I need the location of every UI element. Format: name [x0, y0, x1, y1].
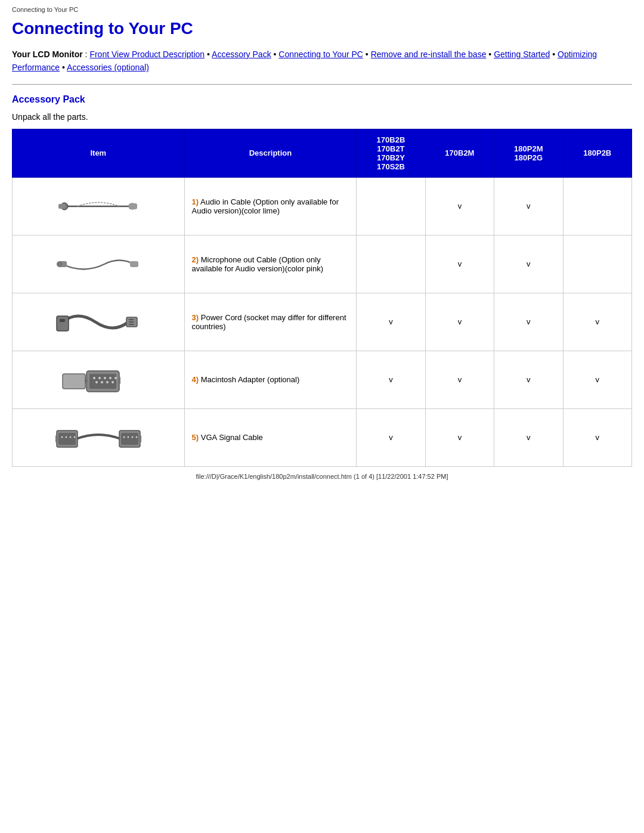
divider [12, 84, 632, 85]
table-row: 5) VGA Signal Cablevvvv [13, 408, 632, 466]
row-2-col3: v [494, 235, 563, 293]
nav-link-accessory-pack[interactable]: Accessory Pack [212, 49, 271, 59]
row-4-col4: v [563, 351, 631, 408]
svg-point-34 [65, 436, 67, 438]
nav-link-getting-started[interactable]: Getting Started [494, 49, 550, 59]
nav-link-front-view[interactable]: Front View Product Description [89, 49, 205, 59]
nav-link-accessories[interactable]: Accessories (optional) [67, 63, 149, 72]
svg-rect-2 [58, 204, 66, 209]
svg-point-42 [135, 436, 137, 438]
row-4-item [13, 351, 185, 408]
svg-rect-8 [130, 261, 138, 267]
row-2-col1 [357, 235, 425, 293]
svg-rect-38 [121, 433, 138, 445]
table-row: 4) Macintosh Adapter (optional)vvvv [13, 351, 632, 408]
svg-point-22 [114, 377, 117, 379]
th-description: Description [184, 129, 357, 177]
row-2-col2: v [425, 235, 494, 293]
row-3-col2: v [425, 293, 494, 351]
intro-text: Unpack all the parts. [12, 112, 632, 122]
svg-point-18 [93, 377, 95, 379]
svg-point-36 [73, 436, 75, 438]
row-5-num: 5) [192, 433, 199, 442]
nav-label: Your LCD Monitor [12, 49, 83, 59]
row-2-item [13, 235, 185, 293]
row-4-description: 4) Macintosh Adapter (optional) [184, 351, 357, 408]
svg-rect-43 [55, 435, 58, 442]
svg-point-19 [98, 377, 101, 379]
svg-rect-4 [129, 203, 137, 209]
th-col3: 180P2M 180P2G [494, 129, 563, 177]
row-4-col3: v [494, 351, 563, 408]
row-5-col2: v [425, 408, 494, 466]
row-5-item [13, 408, 185, 466]
row-4-col2: v [425, 351, 494, 408]
section-title: Accessory Pack [12, 94, 632, 105]
accessory-table: Item Description 170B2B 170B2T 170B2Y 17… [12, 129, 632, 467]
svg-point-39 [123, 436, 125, 438]
svg-rect-28 [118, 377, 120, 384]
row-4-col1: v [357, 351, 425, 408]
svg-point-23 [95, 381, 98, 383]
row-5-description: 5) VGA Signal Cable [184, 408, 357, 466]
page-title: Connecting to Your PC [12, 19, 632, 38]
row-5-col4: v [563, 408, 631, 466]
svg-point-33 [61, 436, 63, 438]
svg-point-41 [131, 436, 133, 438]
svg-point-21 [109, 377, 112, 379]
row-2-num: 2) [192, 255, 199, 264]
svg-point-40 [127, 436, 129, 438]
svg-point-25 [106, 381, 109, 383]
row-1-col1 [357, 177, 425, 235]
row-1-num: 1) [192, 197, 199, 206]
th-col2: 170B2M [425, 129, 494, 177]
th-col4: 180P2B [563, 129, 631, 177]
nav-link-connecting[interactable]: Connecting to Your PC [278, 49, 363, 59]
row-5-col1: v [357, 408, 425, 466]
row-4-num: 4) [192, 375, 199, 384]
row-3-item [13, 293, 185, 351]
svg-rect-11 [62, 319, 65, 322]
nav-links: Your LCD Monitor : Front View Product De… [12, 48, 632, 75]
row-3-col1: v [357, 293, 425, 351]
row-2-description: 2) Microphone out Cable (Option only ava… [184, 235, 357, 293]
row-2-col4 [563, 235, 631, 293]
svg-point-35 [69, 436, 71, 438]
svg-rect-44 [139, 435, 141, 442]
svg-point-20 [104, 377, 106, 379]
table-row: 3) Power Cord (socket may differ for dif… [13, 293, 632, 351]
row-1-col4 [563, 177, 631, 235]
row-1-item [13, 177, 185, 235]
table-row: 2) Microphone out Cable (Option only ava… [13, 235, 632, 293]
svg-point-26 [112, 381, 114, 383]
svg-rect-32 [58, 433, 76, 445]
footer: file:///D|/Grace/K1/english/180p2m/insta… [12, 473, 632, 480]
row-3-description: 3) Power Cord (socket may differ for dif… [184, 293, 357, 351]
th-item: Item [13, 129, 185, 177]
svg-rect-29 [63, 374, 85, 389]
row-1-col3: v [494, 177, 563, 235]
row-5-col3: v [494, 408, 563, 466]
browser-bar: Connecting to Your PC [12, 6, 632, 13]
row-3-col3: v [494, 293, 563, 351]
row-1-col2: v [425, 177, 494, 235]
row-3-num: 3) [192, 313, 199, 322]
table-row: 1) Audio in Cable (Option only available… [13, 177, 632, 235]
svg-point-6 [57, 261, 63, 267]
svg-point-24 [101, 381, 103, 383]
nav-link-remove[interactable]: Remove and re-install the base [371, 49, 487, 59]
th-col1: 170B2B 170B2T 170B2Y 170S2B [357, 129, 425, 177]
svg-rect-9 [57, 316, 69, 331]
row-1-description: 1) Audio in Cable (Option only available… [184, 177, 357, 235]
row-3-col4: v [563, 293, 631, 351]
